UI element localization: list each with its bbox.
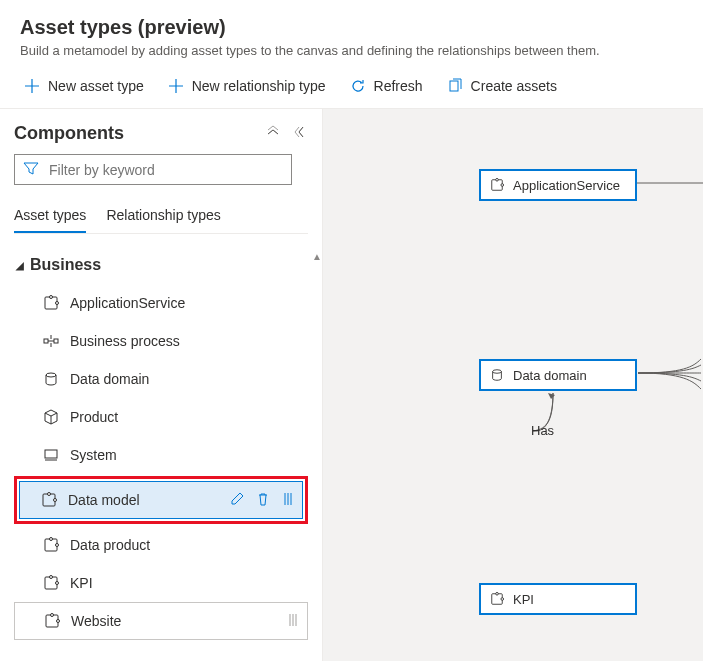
copy-icon	[447, 78, 463, 94]
svg-point-3	[56, 302, 59, 305]
svg-point-15	[50, 576, 53, 579]
node-data-domain[interactable]: Data domain	[479, 359, 637, 391]
group-label: Business	[30, 256, 101, 274]
components-title: Components	[14, 123, 124, 144]
refresh-label: Refresh	[374, 78, 423, 94]
highlight-marker: Data model	[14, 476, 308, 524]
list-item-kpi[interactable]: KPI	[14, 564, 308, 602]
svg-point-10	[54, 499, 57, 502]
svg-point-2	[50, 296, 53, 299]
group-business[interactable]: ◢ Business	[14, 252, 308, 284]
tab-relationship-types[interactable]: Relationship types	[106, 199, 220, 233]
puzzle-icon	[42, 294, 60, 312]
node-label: Data domain	[513, 368, 587, 383]
plus-icon	[168, 78, 184, 94]
item-label: Product	[70, 409, 118, 425]
plus-icon	[24, 78, 40, 94]
tab-asset-types[interactable]: Asset types	[14, 199, 86, 233]
svg-rect-7	[45, 450, 57, 458]
page-description: Build a metamodel by adding asset types …	[20, 43, 683, 58]
asset-type-tree: ◢ Business ApplicationService Business p…	[14, 240, 308, 640]
svg-point-26	[501, 598, 504, 601]
item-label: Business process	[70, 333, 180, 349]
collapse-left-icon[interactable]	[294, 125, 308, 142]
item-label: ApplicationService	[70, 295, 185, 311]
item-label: Data product	[70, 537, 150, 553]
puzzle-icon	[489, 177, 505, 193]
caret-down-icon: ◢	[16, 260, 24, 271]
new-relationship-type-label: New relationship type	[192, 78, 326, 94]
drag-handle-icon[interactable]	[282, 492, 294, 509]
list-item-system[interactable]: System	[14, 436, 308, 474]
list-item-product[interactable]: Product	[14, 398, 308, 436]
new-relationship-type-button[interactable]: New relationship type	[164, 72, 330, 100]
item-label: Data model	[68, 492, 140, 508]
list-item-data-product[interactable]: Data product	[14, 526, 308, 564]
svg-point-16	[56, 582, 59, 585]
delete-icon[interactable]	[256, 492, 270, 509]
filter-icon	[23, 160, 39, 179]
filter-input[interactable]	[47, 161, 283, 179]
svg-point-19	[57, 620, 60, 623]
puzzle-icon	[489, 591, 505, 607]
svg-point-12	[50, 538, 53, 541]
domain-icon	[489, 367, 505, 383]
puzzle-icon	[42, 536, 60, 554]
svg-point-25	[496, 592, 499, 595]
node-applicationservice[interactable]: ApplicationService	[479, 169, 637, 201]
drag-handle-icon[interactable]	[287, 613, 299, 630]
system-icon	[42, 446, 60, 464]
list-item-business-process[interactable]: Business process	[14, 322, 308, 360]
edge-label-has: Has	[531, 423, 554, 438]
svg-point-13	[56, 544, 59, 547]
components-tabs: Asset types Relationship types	[14, 199, 308, 234]
svg-point-22	[501, 184, 504, 187]
svg-point-6	[46, 373, 56, 377]
scroll-up-arrow-icon[interactable]: ▲	[312, 251, 320, 262]
node-kpi[interactable]: KPI	[479, 583, 637, 615]
collapse-up-icon[interactable]	[266, 125, 280, 142]
command-bar: New asset type New relationship type Ref…	[0, 68, 703, 109]
svg-point-9	[48, 493, 51, 496]
new-asset-type-button[interactable]: New asset type	[20, 72, 148, 100]
puzzle-icon	[43, 612, 61, 630]
canvas[interactable]: ApplicationService Data domain Has KPI	[323, 109, 703, 661]
cube-icon	[42, 408, 60, 426]
components-panel: Components Asset types Relationship type…	[0, 109, 323, 661]
scrollbar[interactable]: ▲	[312, 251, 320, 661]
list-item-data-domain[interactable]: Data domain	[14, 360, 308, 398]
item-label: System	[70, 447, 117, 463]
process-icon	[42, 332, 60, 350]
new-asset-type-label: New asset type	[48, 78, 144, 94]
list-item-applicationservice[interactable]: ApplicationService	[14, 284, 308, 322]
domain-icon	[42, 370, 60, 388]
item-label: Website	[71, 613, 121, 629]
svg-rect-0	[450, 81, 458, 91]
create-assets-label: Create assets	[471, 78, 557, 94]
page-title: Asset types (preview)	[20, 16, 683, 39]
list-item-data-model[interactable]: Data model	[19, 481, 303, 519]
svg-rect-5	[54, 339, 58, 343]
puzzle-icon	[40, 491, 58, 509]
item-label: KPI	[70, 575, 93, 591]
svg-point-21	[496, 178, 499, 181]
refresh-icon	[350, 78, 366, 94]
item-label: Data domain	[70, 371, 149, 387]
svg-point-18	[51, 614, 54, 617]
filter-input-wrapper[interactable]	[14, 154, 292, 185]
edit-icon[interactable]	[230, 492, 244, 509]
refresh-button[interactable]: Refresh	[346, 72, 427, 100]
svg-point-23	[493, 370, 502, 374]
node-label: KPI	[513, 592, 534, 607]
create-assets-button[interactable]: Create assets	[443, 72, 561, 100]
puzzle-icon	[42, 574, 60, 592]
svg-rect-4	[44, 339, 48, 343]
page-header: Asset types (preview) Build a metamodel …	[0, 0, 703, 68]
node-label: ApplicationService	[513, 178, 620, 193]
list-item-website[interactable]: Website	[14, 602, 308, 640]
